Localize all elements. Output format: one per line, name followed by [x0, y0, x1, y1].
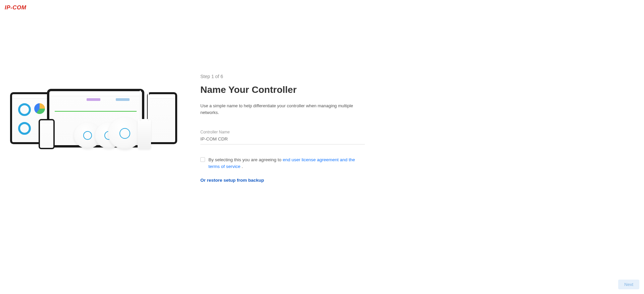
brand-logo: IP-COM — [5, 4, 26, 11]
agreement-text-before: By selecting this you are agreeing to — [208, 157, 283, 162]
device-outdoor-router — [138, 119, 151, 149]
controller-name-label: Controller Name — [200, 130, 365, 134]
agreement-checkbox[interactable] — [200, 157, 205, 162]
step-indicator: Step 1 of 6 — [200, 74, 365, 79]
device-small-tablet-right — [147, 92, 177, 144]
wizard-panel: Step 1 of 6 Name Your Controller Use a s… — [200, 74, 365, 183]
agreement-label: By selecting this you are agreeing to en… — [208, 157, 365, 170]
agreement-text-after: . — [240, 164, 243, 169]
restore-from-backup-link[interactable]: Or restore setup from backup — [200, 178, 365, 183]
next-button[interactable]: Next — [618, 280, 639, 289]
device-phone — [39, 119, 55, 149]
page-title: Name Your Controller — [200, 84, 365, 95]
page-description: Use a simple name to help differentiate … — [200, 103, 365, 116]
device-access-point-3 — [108, 117, 142, 149]
product-hero-image — [10, 89, 178, 156]
controller-name-input[interactable] — [200, 135, 365, 144]
